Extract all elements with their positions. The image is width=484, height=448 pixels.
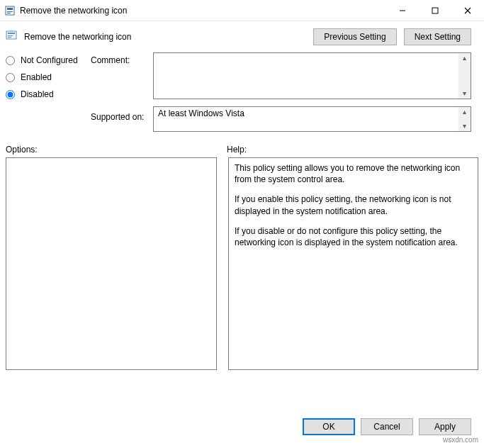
help-paragraph-3: If you disable or do not configure this … bbox=[235, 225, 472, 248]
fields-column: ▴ ▾ At least Windows Vista ▴ ▾ bbox=[153, 52, 478, 132]
svg-rect-5 bbox=[432, 8, 438, 13]
minimize-button[interactable] bbox=[386, 0, 419, 21]
options-label: Options: bbox=[6, 145, 227, 155]
help-label: Help: bbox=[227, 145, 247, 155]
help-panel[interactable]: This policy setting allows you to remove… bbox=[228, 157, 478, 370]
scroll-down-icon[interactable]: ▾ bbox=[458, 121, 471, 131]
radio-not-configured-input[interactable] bbox=[6, 56, 15, 65]
footer-buttons: OK Cancel Apply bbox=[303, 418, 471, 435]
header-row: Remove the networking icon Previous Sett… bbox=[0, 21, 484, 50]
next-setting-button[interactable]: Next Setting bbox=[404, 28, 471, 45]
radio-column: Not Configured Enabled Disabled bbox=[6, 52, 91, 132]
comment-label: Comment: bbox=[91, 55, 153, 99]
scroll-down-icon[interactable]: ▾ bbox=[458, 89, 471, 99]
comment-scrollbar[interactable]: ▴ ▾ bbox=[458, 53, 471, 99]
titlebar: Remove the networking icon bbox=[0, 0, 484, 21]
panels-row: This policy setting allows you to remove… bbox=[0, 157, 484, 370]
radio-not-configured-label: Not Configured bbox=[21, 55, 78, 65]
svg-rect-8 bbox=[6, 31, 16, 39]
ok-button[interactable]: OK bbox=[303, 418, 355, 435]
radio-disabled-label: Disabled bbox=[21, 89, 54, 99]
radio-enabled-input[interactable] bbox=[6, 73, 15, 82]
policy-icon bbox=[4, 5, 16, 16]
maximize-button[interactable] bbox=[419, 0, 451, 21]
nav-buttons: Previous Setting Next Setting bbox=[313, 28, 471, 45]
watermark: wsxdn.com bbox=[443, 436, 478, 444]
radio-enabled[interactable]: Enabled bbox=[6, 72, 91, 82]
scroll-up-icon[interactable]: ▴ bbox=[458, 107, 471, 117]
supported-scrollbar[interactable]: ▴ ▾ bbox=[458, 107, 471, 131]
svg-rect-0 bbox=[6, 6, 14, 15]
radio-enabled-label: Enabled bbox=[21, 72, 52, 82]
section-labels: Options: Help: bbox=[0, 132, 484, 157]
svg-rect-9 bbox=[8, 33, 15, 34]
svg-rect-2 bbox=[7, 11, 13, 12]
close-button[interactable] bbox=[451, 0, 484, 21]
supported-on-box: At least Windows Vista ▴ ▾ bbox=[153, 106, 471, 132]
apply-button[interactable]: Apply bbox=[419, 418, 471, 435]
help-paragraph-2: If you enable this policy setting, the n… bbox=[235, 194, 472, 216]
field-labels-column: Comment: Supported on: bbox=[91, 52, 153, 132]
window-title: Remove the networking icon bbox=[20, 6, 386, 16]
supported-on-value: At least Windows Vista bbox=[154, 107, 458, 131]
supported-on-label: Supported on: bbox=[91, 112, 153, 122]
svg-rect-1 bbox=[7, 8, 13, 10]
options-panel[interactable] bbox=[6, 157, 217, 370]
previous-setting-button[interactable]: Previous Setting bbox=[313, 28, 396, 45]
window-buttons bbox=[386, 0, 484, 21]
scroll-up-icon[interactable]: ▴ bbox=[458, 53, 471, 63]
cancel-button[interactable]: Cancel bbox=[361, 418, 413, 435]
svg-rect-11 bbox=[8, 37, 11, 38]
policy-title: Remove the networking icon bbox=[24, 32, 313, 42]
radio-disabled-input[interactable] bbox=[6, 90, 15, 99]
policy-header-icon bbox=[6, 30, 20, 44]
config-area: Not Configured Enabled Disabled Comment:… bbox=[0, 50, 484, 132]
comment-textbox[interactable]: ▴ ▾ bbox=[153, 52, 471, 99]
comment-value[interactable] bbox=[154, 53, 458, 99]
svg-rect-10 bbox=[8, 35, 13, 36]
radio-not-configured[interactable]: Not Configured bbox=[6, 55, 91, 65]
radio-disabled[interactable]: Disabled bbox=[6, 89, 91, 99]
help-paragraph-1: This policy setting allows you to remove… bbox=[235, 162, 472, 185]
svg-rect-3 bbox=[7, 13, 11, 13]
